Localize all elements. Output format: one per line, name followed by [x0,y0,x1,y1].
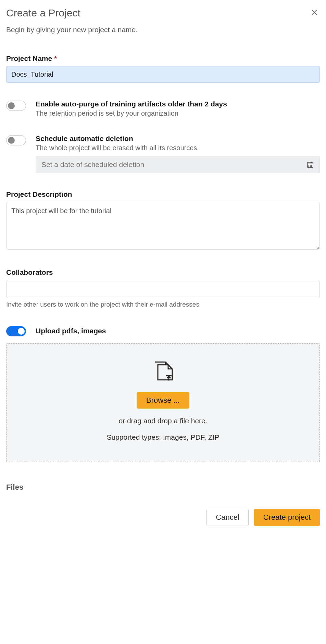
auto-purge-description: The retention period is set by your orga… [36,110,320,117]
auto-purge-title: Enable auto-purge of training artifacts … [36,100,320,108]
svg-point-11 [312,166,312,167]
dialog-subtitle: Begin by giving your new project a name. [6,26,320,34]
collaborators-input[interactable] [6,280,320,298]
create-project-button[interactable]: Create project [254,509,320,526]
close-icon [310,8,318,16]
cancel-button[interactable]: Cancel [206,509,248,526]
svg-point-9 [309,166,309,167]
scheduled-deletion-date-input[interactable]: Set a date of scheduled deletion [36,156,320,173]
scheduled-deletion-description: The whole project will be erased with al… [36,144,320,152]
required-indicator: * [54,54,57,62]
auto-purge-toggle[interactable] [6,101,26,111]
scheduled-deletion-toggle[interactable] [6,135,26,145]
scheduled-deletion-title: Schedule automatic deletion [36,134,320,143]
project-description-input[interactable] [6,202,320,250]
upload-toggle[interactable] [6,326,26,336]
dialog-title: Create a Project [6,7,80,19]
svg-point-6 [309,165,309,165]
browse-button[interactable]: Browse ... [137,392,189,409]
svg-point-8 [312,165,312,165]
upload-toggle-label: Upload pdfs, images [36,327,106,335]
collaborators-helper: Invite other users to work on the projec… [6,301,320,308]
project-name-input[interactable] [6,66,320,83]
files-heading: Files [6,483,320,492]
svg-point-7 [310,165,310,165]
project-name-label: Project Name * [6,54,320,63]
upload-file-icon [13,361,313,384]
calendar-icon [306,161,314,168]
date-placeholder: Set a date of scheduled deletion [41,160,144,169]
file-dropzone[interactable]: Browse ... or drag and drop a file here.… [6,343,320,462]
dropzone-dragdrop-text: or drag and drop a file here. [13,417,313,425]
project-description-label: Project Description [6,190,320,198]
collaborators-label: Collaborators [6,268,320,276]
close-button[interactable] [309,7,320,19]
svg-point-10 [310,166,310,167]
dropzone-supported-text: Supported types: Images, PDF, ZIP [13,433,313,441]
